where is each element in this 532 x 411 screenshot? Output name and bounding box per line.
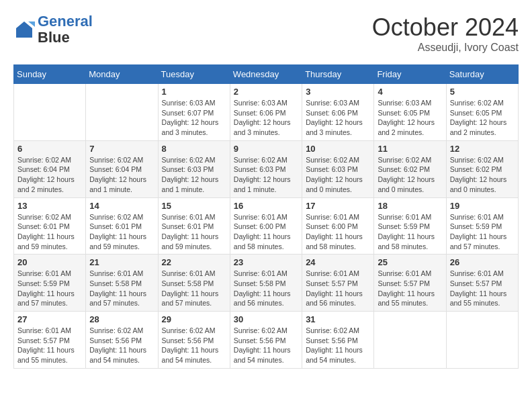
day-cell: 24Sunrise: 6:01 AMSunset: 5:57 PMDayligh… xyxy=(302,255,374,312)
day-cell: 21Sunrise: 6:01 AMSunset: 5:58 PMDayligh… xyxy=(86,255,158,312)
day-number: 29 xyxy=(162,314,226,324)
day-number: 18 xyxy=(378,201,442,211)
day-number: 16 xyxy=(234,201,298,211)
day-cell xyxy=(14,84,86,141)
day-cell: 6Sunrise: 6:02 AMSunset: 6:04 PMDaylight… xyxy=(14,140,86,197)
header-thursday: Thursday xyxy=(302,65,374,84)
day-info: Sunrise: 6:03 AMSunset: 6:06 PMDaylight:… xyxy=(234,98,298,138)
day-cell: 11Sunrise: 6:02 AMSunset: 6:02 PMDayligh… xyxy=(374,140,446,197)
day-cell: 2Sunrise: 6:03 AMSunset: 6:06 PMDaylight… xyxy=(230,84,302,141)
day-number: 23 xyxy=(234,257,298,267)
day-info: Sunrise: 6:02 AMSunset: 6:03 PMDaylight:… xyxy=(234,155,298,195)
header-monday: Monday xyxy=(86,65,158,84)
day-cell: 29Sunrise: 6:02 AMSunset: 5:56 PMDayligh… xyxy=(158,312,230,369)
day-cell xyxy=(446,312,518,369)
title-block: October 2024 Asseudji, Ivory Coast xyxy=(372,13,519,54)
day-cell: 31Sunrise: 6:02 AMSunset: 5:56 PMDayligh… xyxy=(302,312,374,369)
day-cell: 1Sunrise: 6:03 AMSunset: 6:07 PMDaylight… xyxy=(158,84,230,141)
day-cell xyxy=(374,312,446,369)
day-cell: 16Sunrise: 6:01 AMSunset: 6:00 PMDayligh… xyxy=(230,197,302,255)
day-cell: 26Sunrise: 6:01 AMSunset: 5:57 PMDayligh… xyxy=(446,255,518,312)
day-info: Sunrise: 6:02 AMSunset: 5:56 PMDaylight:… xyxy=(89,326,154,365)
logo: General Blue xyxy=(13,13,93,46)
location: Asseudji, Ivory Coast xyxy=(372,42,519,54)
day-info: Sunrise: 6:01 AMSunset: 5:59 PMDaylight:… xyxy=(450,212,515,252)
day-number: 7 xyxy=(89,144,154,154)
day-number: 5 xyxy=(450,87,515,97)
day-cell: 15Sunrise: 6:01 AMSunset: 6:01 PMDayligh… xyxy=(158,197,230,255)
day-info: Sunrise: 6:01 AMSunset: 5:57 PMDaylight:… xyxy=(17,326,82,365)
header-row: SundayMondayTuesdayWednesdayThursdayFrid… xyxy=(14,65,519,84)
day-number: 26 xyxy=(450,257,515,267)
calendar-body: 1Sunrise: 6:03 AMSunset: 6:07 PMDaylight… xyxy=(14,84,519,369)
day-cell: 8Sunrise: 6:02 AMSunset: 6:03 PMDaylight… xyxy=(158,140,230,197)
day-cell: 5Sunrise: 6:02 AMSunset: 6:05 PMDaylight… xyxy=(446,84,518,141)
day-info: Sunrise: 6:01 AMSunset: 5:59 PMDaylight:… xyxy=(17,269,82,308)
day-cell: 27Sunrise: 6:01 AMSunset: 5:57 PMDayligh… xyxy=(14,312,86,369)
day-number: 27 xyxy=(17,314,82,324)
day-info: Sunrise: 6:01 AMSunset: 5:58 PMDaylight:… xyxy=(89,269,154,308)
day-number: 28 xyxy=(89,314,154,324)
day-cell: 25Sunrise: 6:01 AMSunset: 5:57 PMDayligh… xyxy=(374,255,446,312)
day-info: Sunrise: 6:01 AMSunset: 6:00 PMDaylight:… xyxy=(234,212,298,252)
logo-text: General Blue xyxy=(38,13,93,46)
day-cell: 28Sunrise: 6:02 AMSunset: 5:56 PMDayligh… xyxy=(86,312,158,369)
svg-marker-0 xyxy=(16,21,32,38)
calendar-table: SundayMondayTuesdayWednesdayThursdayFrid… xyxy=(13,64,519,369)
week-row-0: 1Sunrise: 6:03 AMSunset: 6:07 PMDaylight… xyxy=(14,84,519,141)
day-number: 10 xyxy=(306,144,370,154)
day-info: Sunrise: 6:01 AMSunset: 6:01 PMDaylight:… xyxy=(162,212,226,252)
day-info: Sunrise: 6:01 AMSunset: 5:58 PMDaylight:… xyxy=(234,269,298,308)
day-cell: 19Sunrise: 6:01 AMSunset: 5:59 PMDayligh… xyxy=(446,197,518,255)
day-cell: 3Sunrise: 6:03 AMSunset: 6:06 PMDaylight… xyxy=(302,84,374,141)
day-info: Sunrise: 6:02 AMSunset: 6:03 PMDaylight:… xyxy=(162,155,226,195)
day-number: 14 xyxy=(89,201,154,211)
day-number: 9 xyxy=(234,144,298,154)
day-number: 3 xyxy=(306,87,370,97)
day-number: 8 xyxy=(162,144,226,154)
header-wednesday: Wednesday xyxy=(230,65,302,84)
day-cell: 9Sunrise: 6:02 AMSunset: 6:03 PMDaylight… xyxy=(230,140,302,197)
day-number: 4 xyxy=(378,87,442,97)
day-info: Sunrise: 6:01 AMSunset: 5:57 PMDaylight:… xyxy=(306,269,370,308)
day-number: 2 xyxy=(234,87,298,97)
day-info: Sunrise: 6:03 AMSunset: 6:05 PMDaylight:… xyxy=(378,98,442,138)
day-cell xyxy=(86,84,158,141)
day-number: 6 xyxy=(17,144,82,154)
day-cell: 7Sunrise: 6:02 AMSunset: 6:04 PMDaylight… xyxy=(86,140,158,197)
day-number: 31 xyxy=(306,314,370,324)
day-info: Sunrise: 6:01 AMSunset: 5:59 PMDaylight:… xyxy=(378,212,442,252)
day-info: Sunrise: 6:01 AMSunset: 5:58 PMDaylight:… xyxy=(162,269,226,308)
day-info: Sunrise: 6:02 AMSunset: 6:02 PMDaylight:… xyxy=(450,155,515,195)
day-number: 19 xyxy=(450,201,515,211)
day-info: Sunrise: 6:02 AMSunset: 6:01 PMDaylight:… xyxy=(89,212,154,252)
week-row-4: 27Sunrise: 6:01 AMSunset: 5:57 PMDayligh… xyxy=(14,312,519,369)
day-number: 20 xyxy=(17,257,82,267)
month-title: October 2024 xyxy=(372,13,519,42)
day-cell: 30Sunrise: 6:02 AMSunset: 5:56 PMDayligh… xyxy=(230,312,302,369)
day-info: Sunrise: 6:02 AMSunset: 6:03 PMDaylight:… xyxy=(306,155,370,195)
day-info: Sunrise: 6:02 AMSunset: 6:04 PMDaylight:… xyxy=(17,155,82,195)
day-info: Sunrise: 6:01 AMSunset: 5:57 PMDaylight:… xyxy=(378,269,442,308)
header-sunday: Sunday xyxy=(14,65,86,84)
logo-icon xyxy=(13,19,35,40)
day-number: 24 xyxy=(306,257,370,267)
day-number: 11 xyxy=(378,144,442,154)
day-cell: 18Sunrise: 6:01 AMSunset: 5:59 PMDayligh… xyxy=(374,197,446,255)
day-info: Sunrise: 6:01 AMSunset: 6:00 PMDaylight:… xyxy=(306,212,370,252)
day-info: Sunrise: 6:03 AMSunset: 6:06 PMDaylight:… xyxy=(306,98,370,138)
day-cell: 23Sunrise: 6:01 AMSunset: 5:58 PMDayligh… xyxy=(230,255,302,312)
day-info: Sunrise: 6:02 AMSunset: 5:56 PMDaylight:… xyxy=(162,326,226,365)
header-friday: Friday xyxy=(374,65,446,84)
day-number: 17 xyxy=(306,201,370,211)
day-number: 21 xyxy=(89,257,154,267)
day-number: 25 xyxy=(378,257,442,267)
day-cell: 22Sunrise: 6:01 AMSunset: 5:58 PMDayligh… xyxy=(158,255,230,312)
day-info: Sunrise: 6:03 AMSunset: 6:07 PMDaylight:… xyxy=(162,98,226,138)
day-number: 12 xyxy=(450,144,515,154)
week-row-2: 13Sunrise: 6:02 AMSunset: 6:01 PMDayligh… xyxy=(14,197,519,255)
page-header: General Blue October 2024 Asseudji, Ivor… xyxy=(13,13,519,54)
day-number: 30 xyxy=(234,314,298,324)
day-info: Sunrise: 6:02 AMSunset: 5:56 PMDaylight:… xyxy=(306,326,370,365)
day-number: 22 xyxy=(162,257,226,267)
